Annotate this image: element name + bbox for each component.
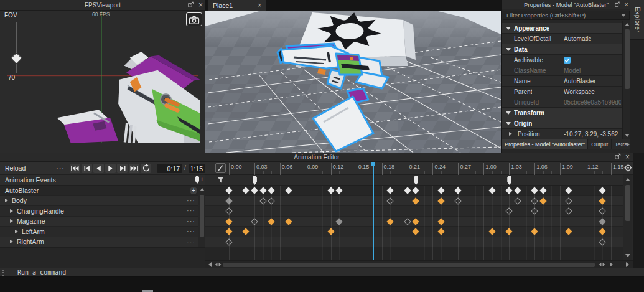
keyframe[interactable] bbox=[437, 218, 444, 225]
fps-viewport-titlebar[interactable]: FPSViewport × bbox=[0, 0, 205, 11]
keyframe[interactable] bbox=[243, 187, 250, 194]
toolbar-menu-icon[interactable]: ··· bbox=[56, 165, 65, 172]
keyframe[interactable] bbox=[506, 228, 513, 235]
track-list-scrollbar[interactable] bbox=[198, 186, 205, 254]
curve-editor-button[interactable] bbox=[215, 163, 226, 173]
track-row-leftarm[interactable]: LeftArm··· bbox=[0, 227, 205, 237]
keyframe[interactable] bbox=[387, 218, 394, 225]
skip-to-end-button[interactable] bbox=[129, 164, 139, 173]
bottom-tab-output[interactable]: Output bbox=[588, 139, 611, 149]
track-row-magazine[interactable]: Magazine··· bbox=[0, 217, 205, 227]
keyframe[interactable] bbox=[565, 208, 572, 215]
track-row-autoblaster[interactable]: AutoBlaster+ bbox=[0, 186, 205, 196]
tab-scroll-left-icon[interactable] bbox=[620, 142, 623, 147]
settings-gear-icon[interactable] bbox=[624, 163, 632, 171]
keyframe[interactable] bbox=[437, 187, 444, 194]
skip-to-start-button[interactable] bbox=[70, 164, 80, 173]
total-time-field[interactable]: 1:15 bbox=[189, 164, 205, 173]
expand-icon[interactable] bbox=[5, 199, 8, 202]
property-value[interactable]: -10.27, 3.29, -3.562 bbox=[564, 131, 618, 138]
property-row-levelofdetail[interactable]: LevelOfDetailAutomatic bbox=[502, 34, 622, 44]
animation-timeline[interactable]: 0:000:030:060:090:120:150:180:210:240:27… bbox=[205, 162, 633, 268]
3d-viewport[interactable] bbox=[205, 11, 501, 153]
expand-icon[interactable] bbox=[10, 240, 13, 243]
track-row-rightarm[interactable]: RightArm··· bbox=[0, 237, 205, 248]
event-marker-icon[interactable] bbox=[195, 176, 199, 184]
property-section-origin[interactable]: Origin bbox=[502, 118, 622, 129]
scroll-up-icon[interactable] bbox=[625, 178, 630, 181]
popout-icon[interactable] bbox=[615, 1, 620, 8]
section-collapse-icon[interactable] bbox=[506, 27, 511, 30]
expand-icon[interactable] bbox=[509, 132, 512, 136]
keyframe[interactable] bbox=[413, 187, 419, 194]
animation-event-marker[interactable] bbox=[253, 176, 257, 185]
section-collapse-icon[interactable] bbox=[506, 111, 511, 115]
keyframe[interactable] bbox=[413, 218, 419, 225]
chevron-down-icon[interactable] bbox=[621, 14, 626, 17]
track-menu-icon[interactable]: ··· bbox=[187, 228, 195, 235]
keyframe[interactable] bbox=[437, 197, 444, 204]
fov-slider-track[interactable] bbox=[16, 22, 17, 73]
keyframe[interactable] bbox=[285, 218, 292, 225]
properties-scrollbar[interactable] bbox=[622, 21, 630, 139]
keyframe[interactable] bbox=[387, 187, 394, 194]
tab-scroll-right-icon[interactable] bbox=[627, 142, 630, 147]
filter-properties-input[interactable]: Filter Properties (Ctrl+Shift+P) bbox=[503, 11, 630, 20]
keyframe[interactable] bbox=[599, 238, 606, 245]
scroll-right-icon[interactable] bbox=[626, 262, 629, 267]
keyframe[interactable] bbox=[225, 218, 232, 225]
keyframe[interactable] bbox=[225, 197, 232, 204]
tab-close-icon[interactable]: × bbox=[258, 2, 261, 9]
keyframe[interactable] bbox=[404, 218, 411, 225]
range-handle-right[interactable] bbox=[599, 262, 605, 267]
toggle-loop-button[interactable] bbox=[141, 164, 151, 173]
keyframe[interactable] bbox=[455, 197, 462, 204]
track-menu-icon[interactable]: ··· bbox=[187, 197, 195, 204]
property-row-name[interactable]: NameAutoBlaster bbox=[502, 76, 622, 87]
property-row-uniqueid[interactable]: UniqueId05cbce9e0a54b99d06... bbox=[502, 97, 622, 108]
keyframe[interactable] bbox=[404, 187, 411, 194]
camera-button[interactable] bbox=[186, 12, 202, 26]
property-row-classname[interactable]: ClassNameModel bbox=[502, 65, 622, 76]
keyframe[interactable] bbox=[225, 187, 232, 194]
keyframe[interactable] bbox=[599, 228, 606, 235]
tab-explorer[interactable]: Explorer bbox=[630, 0, 644, 40]
current-time-field[interactable]: 0:17 bbox=[157, 164, 182, 173]
keyframe[interactable] bbox=[599, 218, 606, 225]
keyframe[interactable] bbox=[565, 187, 572, 194]
keyframe[interactable] bbox=[251, 187, 258, 194]
keyframe-lane-magazine[interactable] bbox=[205, 217, 623, 227]
timeline-events-lane[interactable] bbox=[205, 175, 625, 186]
property-value[interactable]: Model bbox=[564, 67, 581, 74]
keyframe-lane-body[interactable] bbox=[205, 196, 623, 207]
scroll-up-icon[interactable] bbox=[625, 23, 630, 26]
keyframe[interactable] bbox=[268, 197, 275, 204]
expand-icon[interactable] bbox=[10, 219, 13, 223]
track-menu-icon[interactable]: ··· bbox=[187, 218, 195, 225]
scrollbar-thumb[interactable] bbox=[223, 263, 595, 267]
keyframe[interactable] bbox=[514, 187, 521, 194]
property-value[interactable]: 05cbce9e0a54b99d06... bbox=[564, 99, 621, 106]
play-button[interactable] bbox=[105, 164, 116, 173]
keyframe[interactable] bbox=[531, 228, 538, 235]
property-row-parent[interactable]: ParentWorkspace bbox=[502, 87, 622, 97]
keyframe[interactable] bbox=[259, 187, 266, 194]
bottom-tab-properties-model-autobla[interactable]: Properties - Model "AutoBlaster" bbox=[502, 139, 587, 149]
keyframe[interactable] bbox=[514, 197, 521, 204]
close-icon[interactable]: × bbox=[625, 1, 628, 8]
keyframe[interactable] bbox=[251, 218, 258, 225]
keyframe[interactable] bbox=[336, 218, 343, 225]
keyframe[interactable] bbox=[243, 228, 250, 235]
popout-icon[interactable] bbox=[188, 1, 194, 9]
close-icon[interactable]: × bbox=[625, 153, 630, 161]
keyframe[interactable] bbox=[531, 197, 538, 204]
keyframe-lane-autoblaster[interactable] bbox=[205, 186, 623, 196]
section-collapse-icon[interactable] bbox=[506, 48, 511, 51]
keyframe-lane-charginghandle[interactable] bbox=[205, 206, 623, 217]
keyframe[interactable] bbox=[285, 187, 292, 194]
playhead-handle[interactable] bbox=[371, 162, 375, 166]
section-collapse-icon[interactable] bbox=[506, 122, 511, 125]
property-row-archivable[interactable]: Archivable bbox=[502, 55, 622, 65]
property-value[interactable]: Workspace bbox=[564, 88, 595, 95]
drag-grip-icon[interactable] bbox=[2, 270, 4, 276]
